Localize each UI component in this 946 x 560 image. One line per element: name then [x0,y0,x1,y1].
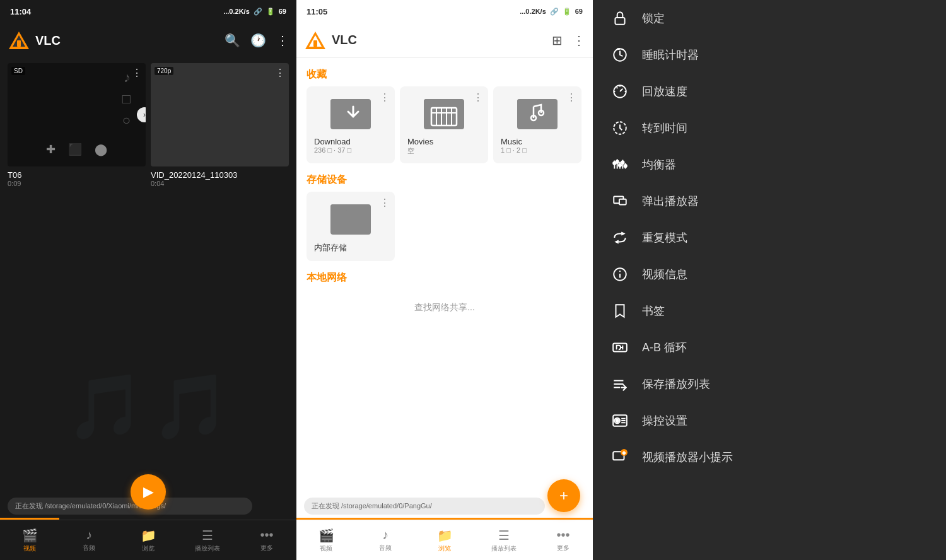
video-grid: SD ♪ □ ○ ✚ ⬛ ⬤ ⋮ › T06 0:09 72 [0,58,296,294]
mid-browse-nav-icon: 📁 [437,528,453,543]
left-status-bar: 11:04 ...0.2K/s 🔗 🔋 69 [0,0,296,23]
svg-point-36 [621,161,624,164]
control-icon [610,411,629,430]
menu-item-save-list[interactable]: 保存播放列表 [593,366,946,402]
repeat-icon [610,228,629,247]
mid-battery: 🔋 [563,8,571,16]
mid-app-bar: VLC ⊞ ⋮ [296,23,593,58]
ab-icon [610,338,629,357]
svg-rect-39 [619,199,626,205]
video-nav-btn[interactable]: › [137,107,146,122]
music-folder[interactable]: Music 1 □ · 2 □ ⋮ [493,86,581,163]
add-fab[interactable]: + [547,479,580,512]
left-nav-audio[interactable]: ♪ 音频 [59,520,119,560]
eq-icon [610,155,629,174]
svg-rect-9 [424,99,441,105]
search-icon[interactable]: 🔍 [225,33,240,48]
menu-item-tip[interactable]: + 视频播放器小提示 [593,439,946,475]
menu-item-sleep[interactable]: 睡眠计时器 [593,37,946,73]
internal-storage-more-icon[interactable]: ⋮ [380,197,390,209]
menu-item-time[interactable]: 转到时间 [593,110,946,146]
mid-nav-browse[interactable]: 📁 浏览 [415,520,474,560]
menu-item-eq[interactable]: 均衡器 [593,146,946,183]
left-nav-browse[interactable]: 📁 浏览 [119,520,178,560]
left-app-title: VLC [35,33,219,48]
video-more-icon-1[interactable]: ⋮ [132,67,142,79]
menu-item-ab[interactable]: A-B 循环 [593,329,946,366]
menu-label-sleep: 睡眠计时器 [642,47,699,62]
menu-item-popup[interactable]: 弹出播放器 [593,183,946,219]
menu-item-bookmark[interactable]: 书签 [593,293,946,329]
more-icon[interactable]: ⋮ [276,33,289,48]
favorites-grid: Download 236 □ · 37 □ ⋮ [307,86,583,163]
mid-nav-more[interactable]: ••• 更多 [534,520,593,560]
save-list-icon [610,375,629,394]
left-network-speed: ...0.2K/s [223,8,250,15]
mid-app-bar-icons: ⊞ ⋮ [552,33,585,48]
movies-folder[interactable]: Movies 空 ⋮ [400,86,488,163]
menu-label-speed: 回放速度 [642,84,687,99]
left-nav-video[interactable]: 🎬 视频 [0,520,59,560]
menu-item-info[interactable]: 视频信息 [593,256,946,293]
svg-point-37 [624,165,627,167]
mid-discovery-bar: 正在发现 /storage/emulated/0/PangGu/ [304,498,545,515]
menu-item-lock[interactable]: 锁定 [593,0,946,37]
browse-nav-icon: 📁 [141,528,156,543]
hd-badge: 720p [155,67,173,75]
svg-point-34 [616,161,619,163]
play-fab[interactable]: ▶ [131,474,166,510]
audio-nav-icon: ♪ [86,528,92,542]
video-thumb-2[interactable]: 720p ⋮ [151,63,289,166]
internal-storage-icon-wrap [330,199,371,237]
left-nav-playlist[interactable]: ☰ 播放列表 [178,520,237,560]
svg-rect-2 [17,40,21,47]
tip-icon: + [610,448,629,467]
popup-icon [610,192,629,211]
left-battery-pct: 69 [279,8,286,15]
video-more-icon-2[interactable]: ⋮ [275,67,285,79]
bookmark-icon [610,301,629,320]
menu-item-speed[interactable]: 回放速度 [593,73,946,110]
network-title: 本地网络 [307,261,583,289]
mid-nav-playlist[interactable]: ☰ 播放列表 [474,520,534,560]
mid-more-icon[interactable]: ⋮ [573,33,585,48]
history-icon[interactable]: 🕐 [250,33,266,48]
music-more-icon[interactable]: ⋮ [566,91,576,103]
download-more-icon[interactable]: ⋮ [380,91,390,103]
music-folder-meta: 1 □ · 2 □ [501,146,574,154]
video-thumb-1[interactable]: SD ♪ □ ○ ✚ ⬛ ⬤ ⋮ › [8,63,146,166]
video-item-2[interactable]: 720p ⋮ VID_20220124_110303 0:04 [151,63,289,289]
mid-nav-audio[interactable]: ♪ 音频 [356,520,415,560]
mid-app-title: VLC [332,33,547,47]
video-duration-2: 0:04 [151,180,289,187]
menu-label-lock: 锁定 [642,11,665,26]
info-icon [610,265,629,284]
movies-folder-meta: 空 [407,146,481,156]
download-folder[interactable]: Download 236 □ · 37 □ ⋮ [307,86,395,163]
mid-panel: 11:05 ...0.2K/s 🔗 🔋 69 VLC ⊞ ⋮ 收藏 [296,0,593,560]
internal-storage-card[interactable]: 内部存储 ⋮ [307,192,395,261]
svg-rect-17 [517,99,535,105]
menu-item-control[interactable]: 操控设置 [593,402,946,439]
mid-battery-pct: 69 [575,8,583,15]
mid-bt-icon: 🔗 [550,8,559,16]
browse-content: 收藏 Download 236 □ · 37 □ ⋮ [296,58,593,520]
menu-item-repeat[interactable]: 重复模式 [593,219,946,256]
left-time: 11:04 [10,7,31,16]
mid-nav-video[interactable]: 🎬 视频 [296,520,356,560]
mid-time: 11:05 [307,7,327,16]
left-app-bar-icons: 🔍 🕐 ⋮ [225,33,289,48]
video-item-1[interactable]: SD ♪ □ ○ ✚ ⬛ ⬤ ⋮ › T06 0:09 [8,63,146,289]
mid-grid-icon[interactable]: ⊞ [552,33,563,48]
menu-label-save-list: 保存播放列表 [642,376,710,392]
left-app-bar: VLC 🔍 🕐 ⋮ [0,23,296,58]
sleep-icon [610,45,629,64]
svg-rect-43 [613,344,627,352]
movies-more-icon[interactable]: ⋮ [473,91,483,103]
mid-bottom-nav: 🎬 视频 ♪ 音频 📁 浏览 ☰ 播放列表 ••• 更多 [296,520,593,560]
mid-vlc-logo [304,29,327,52]
svg-rect-7 [330,99,348,105]
video-name-2: VID_20220124_110303 [151,170,289,180]
left-nav-more[interactable]: ••• 更多 [237,520,296,560]
mid-video-nav-icon: 🎬 [318,528,334,543]
